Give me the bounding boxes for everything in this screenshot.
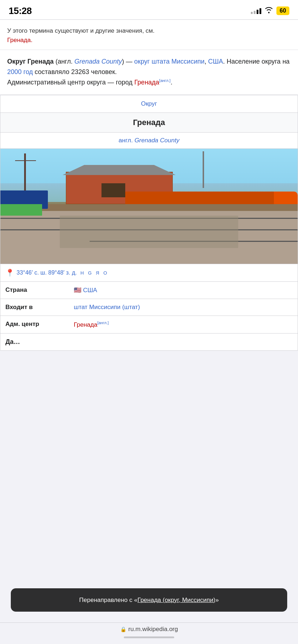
lock-icon: 🔒 xyxy=(120,626,126,632)
article-bold-title: Округ Гренада xyxy=(7,58,54,65)
link-country-usa[interactable]: США xyxy=(83,287,97,294)
status-time: 15:28 xyxy=(9,5,32,17)
link-grenada-center[interactable]: Гренада[англ.] xyxy=(134,79,171,86)
value-center: Гренада[англ.] xyxy=(74,321,293,328)
redirect-link[interactable]: Гренада (округ, Миссисипи) xyxy=(137,597,216,603)
coord-link[interactable]: 33°46′ с. ш. 89°48′ з. д. xyxy=(17,270,77,276)
eng-label: англ. xyxy=(58,58,73,65)
link-state[interactable]: штат Миссисипи (штат) xyxy=(74,304,140,310)
status-bar: 15:28 60 xyxy=(0,0,298,19)
value-country: 🇺🇸 США xyxy=(74,286,293,294)
infobox-row-partial: Да… xyxy=(0,334,298,350)
label-state: Входит в xyxy=(5,304,74,311)
infobox-type-link[interactable]: Округ xyxy=(141,100,157,107)
redirect-suffix: » xyxy=(215,597,218,603)
signal-icon xyxy=(251,8,261,14)
disambiguation-notice: У этого термина существуют и другие знач… xyxy=(0,20,298,50)
infobox-image[interactable] xyxy=(0,149,298,264)
coord-map-links: H G Я O xyxy=(81,270,109,276)
label-country: Страна xyxy=(5,286,74,294)
infobox-coordinates[interactable]: 📍 33°46′ с. ш. 89°48′ з. д. H G Я O xyxy=(0,264,298,282)
url-text: ru.m.wikipedia.org xyxy=(128,626,178,633)
coord-lon: 89°48′ з. д. xyxy=(48,270,77,276)
label-center: Адм. центр xyxy=(5,321,74,328)
infobox-title: Гренада xyxy=(0,113,298,133)
redirect-prefix: Перенаправлено с « xyxy=(79,597,137,603)
link-year[interactable]: 2000 год xyxy=(7,68,33,75)
link-okrug[interactable]: округ xyxy=(134,58,150,65)
infobox-type: Округ xyxy=(0,95,298,113)
disambiguation-text: У этого термина существуют и другие знач… xyxy=(7,27,155,34)
link-adm-center[interactable]: Гренада[англ.] xyxy=(74,321,109,328)
coord-lat: 33°46′ с. ш. xyxy=(17,270,47,276)
disambiguation-link[interactable]: Гренада. xyxy=(7,37,32,43)
status-icons: 60 xyxy=(251,6,289,15)
bottom-bar: 🔒 ru.m.wikipedia.org xyxy=(0,622,298,644)
station-illustration xyxy=(0,149,298,264)
url-bar[interactable]: 🔒 ru.m.wikipedia.org xyxy=(120,626,178,633)
label-partial: Да… xyxy=(5,338,20,346)
infobox-row-state: Входит в штат Миссисипи (штат) xyxy=(0,299,298,316)
link-usa[interactable]: США xyxy=(208,58,223,65)
infobox-subtitle: англ. Grenada County xyxy=(0,133,298,149)
link-mississippi[interactable]: штата Миссисипи xyxy=(152,58,204,65)
infobox-row-center: Адм. центр Гренада[англ.] xyxy=(0,316,298,334)
flag-usa: 🇺🇸 xyxy=(74,287,83,294)
article-body: Округ Гренада (англ. Grenada County) — о… xyxy=(0,50,298,95)
home-indicator[interactable] xyxy=(124,636,174,638)
location-pin-icon: 📍 xyxy=(5,268,14,277)
value-state: штат Миссисипи (штат) xyxy=(74,304,293,311)
infobox-subtitle-link[interactable]: Grenada County xyxy=(135,137,180,144)
eng-name-link[interactable]: Grenada County xyxy=(74,58,122,65)
wifi-icon xyxy=(265,7,273,15)
battery-indicator: 60 xyxy=(276,6,289,15)
redirect-toast: Перенаправлено с «Гренада (округ, Миссис… xyxy=(11,588,287,612)
infobox-row-country: Страна 🇺🇸 США xyxy=(0,282,298,299)
infobox: Округ Гренада англ. Grenada County xyxy=(0,95,298,351)
